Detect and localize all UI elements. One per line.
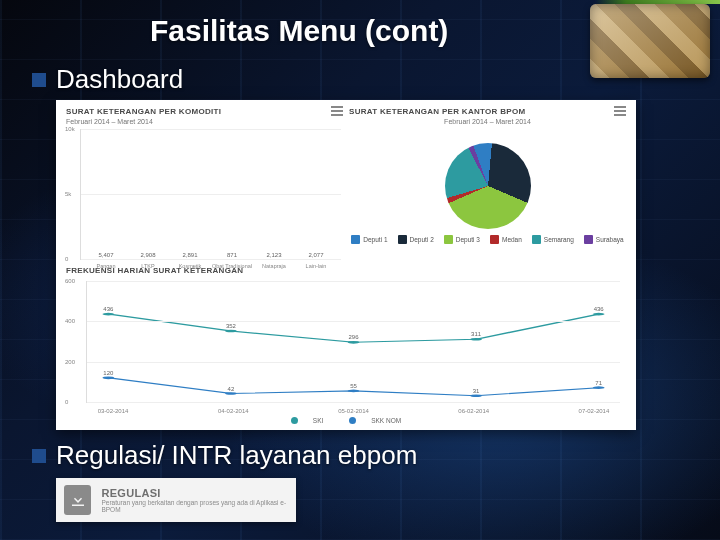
bar-chart: 05k10k5,407Pangan2,908LTKP2,891Kosmetik8… <box>80 129 341 260</box>
svg-point-6 <box>225 392 237 395</box>
bullet-icon <box>32 73 46 87</box>
bullet-icon <box>32 449 46 463</box>
pie-chart-title: SURAT KETERANGAN PER KANTOR BPOM <box>349 107 525 116</box>
bullet-dashboard: Dashboard <box>32 64 680 95</box>
svg-point-9 <box>593 386 605 389</box>
svg-point-8 <box>470 394 482 397</box>
bullet-regulasi: Regulasi/ INTR layanan ebpom <box>32 440 680 471</box>
download-icon <box>64 485 91 515</box>
bar-chart-subtitle: Februari 2014 – Maret 2014 <box>66 118 343 125</box>
dashboard-screenshot: SURAT KETERANGAN PER KOMODITI Februari 2… <box>56 100 636 430</box>
bullet-label: Regulasi/ INTR layanan ebpom <box>56 440 417 471</box>
bullet-label: Dashboard <box>56 64 183 95</box>
svg-point-1 <box>225 330 237 333</box>
svg-point-3 <box>470 338 482 341</box>
svg-point-4 <box>593 313 605 316</box>
pie-chart <box>445 143 531 229</box>
svg-point-7 <box>348 390 360 393</box>
line-chart-card: FREKUENSI HARIAN SURAT KETERANGAN 03-02-… <box>66 266 626 425</box>
hamburger-icon[interactable] <box>331 106 343 116</box>
svg-point-0 <box>102 313 114 316</box>
bar-chart-title: SURAT KETERANGAN PER KOMODITI <box>66 107 221 116</box>
regulasi-desc: Peraturan yang berkaitan dengan proses y… <box>101 499 288 514</box>
pie-chart-card: SURAT KETERANGAN PER KANTOR BPOM Februar… <box>349 106 626 260</box>
line-legend: SKI SKK NOM <box>66 417 626 425</box>
line-chart: 03-02-201404-02-201405-02-201406-02-2014… <box>86 281 620 403</box>
pie-chart-subtitle: Februari 2014 – Maret 2014 <box>349 118 626 125</box>
hamburger-icon[interactable] <box>614 106 626 116</box>
regulasi-card[interactable]: REGULASI Peraturan yang berkaitan dengan… <box>56 478 296 522</box>
slide-title: Fasilitas Menu (cont) <box>150 14 570 48</box>
bar-chart-card: SURAT KETERANGAN PER KOMODITI Februari 2… <box>66 106 343 260</box>
pie-legend: Deputi 1Deputi 2Deputi 3MedanSemarangSur… <box>351 235 623 244</box>
regulasi-heading: REGULASI <box>101 487 288 499</box>
svg-point-5 <box>102 376 114 379</box>
svg-point-2 <box>348 341 360 344</box>
